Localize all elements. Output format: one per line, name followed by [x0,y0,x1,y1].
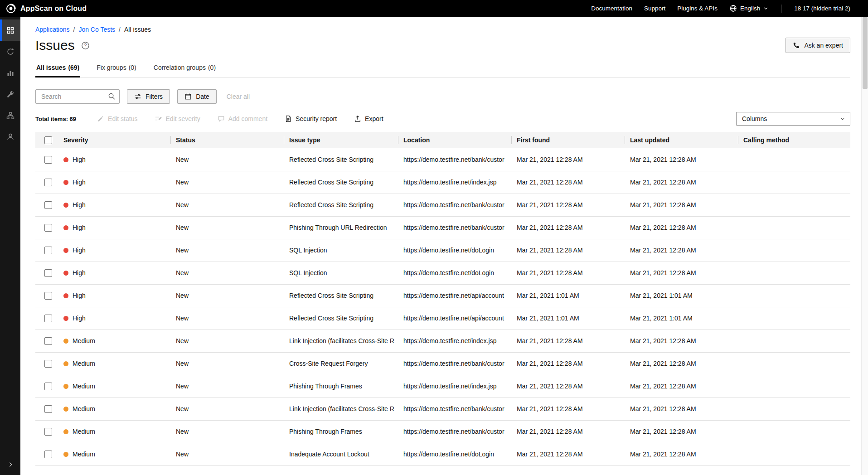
issue-type-cell: Reflected Cross Site Scripting [284,307,398,330]
severity-cell: Medium [58,443,170,465]
date-button[interactable]: Date [177,89,217,104]
export-icon [354,115,361,122]
tab-all-issues[interactable]: All issues (69) [35,64,80,78]
language-selector[interactable]: English [729,5,768,12]
table-row[interactable]: HighNewReflected Cross Site Scriptinghtt… [35,148,850,171]
sidebar-item-user[interactable] [0,126,20,147]
clear-all-link[interactable]: Clear all [227,93,250,100]
severity-cell: Medium [58,330,170,352]
edit-severity-button[interactable]: Edit severity [155,115,200,122]
row-checkbox[interactable] [44,337,52,345]
row-checkbox[interactable] [44,247,52,254]
export-button[interactable]: Export [354,115,383,122]
row-checkbox[interactable] [44,179,52,186]
scrollbar-thumb[interactable] [863,17,868,89]
table-row[interactable]: HighNewReflected Cross Site Scriptinghtt… [35,194,850,216]
sidebar-item-organization[interactable] [0,105,20,126]
sidebar-item-tools[interactable] [0,83,20,105]
row-checkbox[interactable] [44,451,52,458]
table-row[interactable]: MediumNewPhishing Through Frameshttps://… [35,375,850,397]
table-row[interactable]: MediumNewLink Injection (facilitates Cro… [35,397,850,420]
comment-icon [218,115,225,122]
table-row[interactable]: MediumNewPhishing Through Frameshttps://… [35,420,850,443]
security-report-button[interactable]: Security report [285,115,337,122]
globe-icon [729,5,737,12]
calling-method-cell [738,148,850,171]
table-row[interactable]: MediumNewLink Injection (facilitates Cro… [35,330,850,352]
breadcrumb-applications[interactable]: Applications [35,26,70,33]
select-all-header [35,132,58,148]
row-checkbox[interactable] [44,405,52,413]
location-cell: https://demo.testfire.net/doLogin [398,443,511,465]
row-checkbox[interactable] [44,360,52,368]
calling-method-cell [738,194,850,216]
severity-label: Medium [73,360,95,367]
add-comment-label: Add comment [228,115,267,122]
location-cell: https://demo.testfire.net/doLogin [398,239,511,262]
search-input[interactable] [35,89,120,104]
table-row[interactable]: HighNewReflected Cross Site Scriptinghtt… [35,171,850,194]
nav-documentation[interactable]: Documentation [591,5,632,12]
account-label[interactable]: 18 17 (hidden trial 2) [794,5,850,12]
row-checkbox[interactable] [44,224,52,232]
vertical-scrollbar[interactable] [861,17,868,475]
date-label: Date [196,93,209,100]
status-cell: New [170,171,284,194]
tab-bar: All issues (69) Fix groups (0) Correlati… [35,64,850,78]
ask-expert-button[interactable]: Ask an expert [786,38,850,53]
calling-method-cell [738,420,850,443]
calling-method-cell [738,239,850,262]
row-checkbox[interactable] [44,156,52,164]
columns-dropdown[interactable]: Columns [736,112,850,126]
sidebar-item-applications[interactable] [0,19,20,41]
select-all-checkbox[interactable] [44,136,52,144]
filters-button[interactable]: Filters [127,89,170,104]
table-row[interactable]: HighNewSQL Injectionhttps://demo.testfir… [35,239,850,262]
checkbox-cell [35,194,58,216]
severity-cell: High [58,284,170,307]
help-icon[interactable]: ? [81,41,90,50]
row-checkbox[interactable] [44,292,52,300]
table-row[interactable]: HighNewReflected Cross Site Scriptinghtt… [35,284,850,307]
sidebar-item-reports[interactable] [0,62,20,83]
user-icon [6,133,15,141]
tab-fix-groups[interactable]: Fix groups (0) [96,64,137,78]
severity-dot-icon [63,293,68,298]
calling-method-cell [738,216,850,239]
column-header: Location [398,132,511,148]
severity-dot-icon [63,452,68,457]
table-row[interactable]: MediumNewCross-Site Request Forgeryhttps… [35,352,850,375]
checkbox-cell [35,330,58,352]
nav-plugins-apis[interactable]: Plugins & APIs [677,5,718,12]
sidebar-expand-button[interactable] [0,457,20,472]
row-checkbox[interactable] [44,383,52,390]
ask-expert-label: Ask an expert [804,42,843,49]
left-sidebar [0,17,20,475]
table-row[interactable]: HighNewReflected Cross Site Scriptinghtt… [35,307,850,330]
issue-type-cell: Reflected Cross Site Scripting [284,171,398,194]
title-row: Issues ? Ask an expert [35,38,850,53]
language-label: English [740,5,760,12]
row-checkbox[interactable] [44,201,52,209]
table-row[interactable]: MediumNewInadequate Account Lockouthttps… [35,443,850,465]
tab-correlation-groups[interactable]: Correlation groups (0) [153,64,217,78]
edit-status-button[interactable]: Edit status [97,115,137,122]
sidebar-item-scans[interactable] [0,41,20,62]
issue-type-cell: SQL Injection [284,239,398,262]
severity-label: High [73,179,86,186]
severity-dot-icon [63,225,68,230]
issue-type-cell: Reflected Cross Site Scripting [284,284,398,307]
row-checkbox[interactable] [44,428,52,436]
checkbox-cell [35,216,58,239]
breadcrumb-application-name[interactable]: Jon Co Tests [78,26,115,33]
row-checkbox[interactable] [44,315,52,322]
table-row[interactable]: HighNewSQL Injectionhttps://demo.testfir… [35,262,850,284]
row-checkbox[interactable] [44,269,52,277]
severity-label: High [73,292,86,299]
sitemap-icon [6,111,15,120]
nav-support[interactable]: Support [644,5,665,12]
location-cell: https://demo.testfire.net/doLogin [398,262,511,284]
severity-label: Medium [73,428,95,435]
add-comment-button[interactable]: Add comment [218,115,267,122]
table-row[interactable]: HighNewPhishing Through URL Redirectionh… [35,216,850,239]
